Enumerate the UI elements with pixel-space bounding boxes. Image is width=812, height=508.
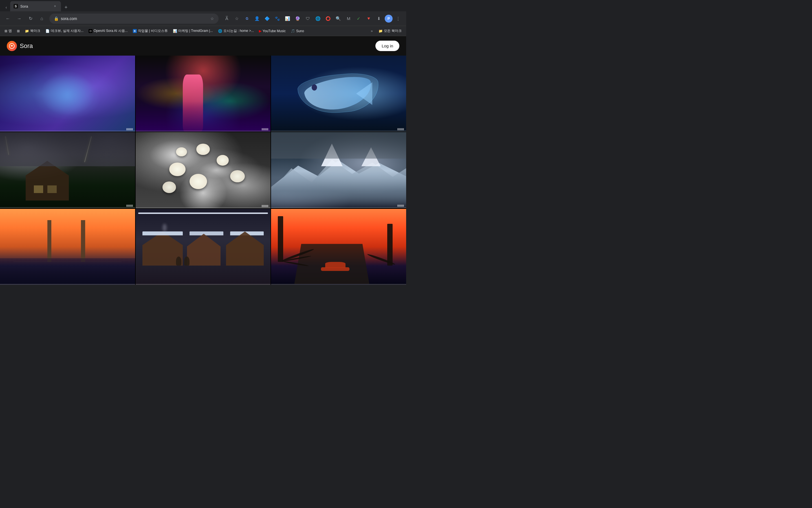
video-cell-3[interactable] xyxy=(271,55,406,131)
progress-indicator-6 xyxy=(397,205,404,207)
profile-btn[interactable]: P xyxy=(385,15,393,23)
progress-bar-9 xyxy=(271,284,406,285)
work-icon: B xyxy=(133,29,137,33)
bookmark-label: 데크뷰, 실제 사용자... xyxy=(51,29,84,33)
downloads-btn[interactable]: ⬇ xyxy=(375,14,384,23)
progress-indicator-4 xyxy=(126,205,133,207)
extension-btn-5[interactable]: 🔮 xyxy=(293,14,302,23)
extension-btn-7[interactable]: 🌐 xyxy=(314,14,323,23)
menu-btn[interactable]: ⋮ xyxy=(394,14,403,23)
folder-icon: 📁 xyxy=(25,29,29,33)
browser-frame: ‹ S Sora × + ← → ↻ ⌂ 🔒 ☆ A̅ ☆ G 👤 🔷 🐾 📊 … xyxy=(0,0,406,285)
bookmark-techview[interactable]: 📄 데크뷰, 실제 사용자... xyxy=(43,27,86,34)
sora-logo: Sora xyxy=(7,41,33,51)
extension-btn-9[interactable]: 🔍 xyxy=(334,14,343,23)
yt-music-icon: ▶ xyxy=(259,29,261,33)
bookmark-openai[interactable]: O OpenAI Sora AI 사용... xyxy=(86,27,130,34)
video-cell-4[interactable] xyxy=(0,132,135,208)
direction-icon: 🌐 xyxy=(218,29,222,33)
bookmark-youtube-music[interactable]: ▶ YouTube Music xyxy=(257,28,288,34)
bookmark-suno[interactable]: 🎵 Suno xyxy=(289,28,306,34)
bookmark-label: 작업물 | 비디오스튜 xyxy=(138,29,168,33)
video-cell-9[interactable] xyxy=(271,209,406,285)
page-content: Sora Log in xyxy=(0,36,406,285)
nav-home-btn[interactable]: ⌂ xyxy=(37,14,46,23)
apps-icon: ⊞ xyxy=(4,29,7,33)
bookmark-folder[interactable]: 📁 북마크 xyxy=(22,27,43,34)
progress-indicator-3 xyxy=(397,128,404,130)
bookmark-grid[interactable]: ⊞ xyxy=(15,28,22,34)
video-grid xyxy=(0,55,406,285)
tab-title: Sora xyxy=(20,4,50,8)
extension-gpt-btn[interactable]: G xyxy=(243,14,251,23)
lock-icon: 🔒 xyxy=(54,16,59,21)
bookmark-direction[interactable]: 🌐 오시는길 : home >... xyxy=(216,27,256,34)
toolbar-right: A̅ ☆ G 👤 🔷 🐾 📊 🔮 🛡 🌐 ⭕ 🔍 M ✓ 🔻 ⬇ P ⋮ xyxy=(222,14,403,23)
bookmarks-more-btn[interactable]: » xyxy=(369,28,374,34)
progress-bar-8 xyxy=(136,284,271,285)
login-btn[interactable]: Log in xyxy=(375,41,399,51)
suno-icon: 🎵 xyxy=(291,29,295,33)
progress-bar-2 xyxy=(136,131,271,131)
bookmark-label: 앱 xyxy=(8,29,12,33)
extension-btn-11[interactable]: ✓ xyxy=(354,14,363,23)
sora-logo-text: Sora xyxy=(20,42,33,50)
url-input[interactable] xyxy=(61,16,208,21)
progress-indicator-2 xyxy=(262,128,268,130)
extension-btn-1[interactable]: 👤 xyxy=(253,14,262,23)
progress-bar-4 xyxy=(0,207,135,208)
doc-icon: 📄 xyxy=(45,29,50,33)
video-cell-8[interactable] xyxy=(136,209,271,285)
tab-close-btn[interactable]: × xyxy=(52,4,57,9)
progress-indicator-5 xyxy=(262,205,268,207)
sora-header: Sora Log in xyxy=(0,36,406,55)
address-bar[interactable]: 🔒 ☆ xyxy=(49,13,219,24)
progress-bar-6 xyxy=(271,207,406,208)
bookmark-label: Suno xyxy=(296,29,304,33)
translate-btn[interactable]: A̅ xyxy=(222,14,231,23)
bookmark-label: YouTube Music xyxy=(262,29,286,33)
progress-bar-7 xyxy=(0,284,135,285)
video-cell-1[interactable] xyxy=(0,55,135,131)
toolbar: ← → ↻ ⌂ 🔒 ☆ A̅ ☆ G 👤 🔷 🐾 📊 🔮 🛡 🌐 ⭕ 🔍 M ✓… xyxy=(0,11,406,26)
tab-favicon: S xyxy=(13,4,18,8)
extension-btn-4[interactable]: 📊 xyxy=(283,14,292,23)
extension-btn-8[interactable]: ⭕ xyxy=(324,14,333,23)
grid-icon: ⊞ xyxy=(17,29,20,33)
star-icon[interactable]: ☆ xyxy=(210,16,214,21)
video-cell-5[interactable] xyxy=(136,132,271,208)
bookmark-label: 마케팅 | TrendGram |... xyxy=(178,29,213,33)
extension-btn-12[interactable]: 🔻 xyxy=(365,14,373,23)
video-cell-7[interactable] xyxy=(0,209,135,285)
openai-icon: O xyxy=(89,29,93,33)
extension-btn-3[interactable]: 🐾 xyxy=(273,14,282,23)
browser-tab-sora[interactable]: S Sora × xyxy=(10,1,61,11)
progress-bar-3 xyxy=(271,131,406,131)
extension-btn-6[interactable]: 🛡 xyxy=(303,14,313,23)
progress-bar-5 xyxy=(136,207,271,208)
all-folder-icon: 📁 xyxy=(379,29,383,33)
bookmark-btn[interactable]: ☆ xyxy=(232,14,241,23)
bookmark-apps[interactable]: ⊞ 앱 xyxy=(2,27,14,34)
bookmark-work[interactable]: B 작업물 | 비디오스튜 xyxy=(131,27,170,34)
tab-history-back-btn[interactable]: ‹ xyxy=(2,3,10,11)
video-cell-2[interactable] xyxy=(136,55,271,131)
progress-indicator-1 xyxy=(126,128,133,130)
video-cell-6[interactable] xyxy=(271,132,406,208)
sora-logo-icon xyxy=(7,41,17,51)
nav-reload-btn[interactable]: ↻ xyxy=(26,14,35,23)
new-tab-btn[interactable]: + xyxy=(62,3,70,11)
nav-back-btn[interactable]: ← xyxy=(3,14,12,23)
marketing-icon: 📊 xyxy=(173,29,177,33)
extension-btn-10[interactable]: M xyxy=(344,14,353,23)
bookmark-label: 북마크 xyxy=(30,29,40,33)
progress-bar-1 xyxy=(0,131,135,131)
nav-forward-btn[interactable]: → xyxy=(15,14,24,23)
bookmark-marketing[interactable]: 📊 마케팅 | TrendGram |... xyxy=(171,27,215,34)
svg-point-1 xyxy=(11,45,12,47)
tab-bar: ‹ S Sora × + xyxy=(0,0,406,11)
bookmarks-bar: ⊞ 앱 ⊞ 📁 북마크 📄 데크뷰, 실제 사용자... O OpenAI So… xyxy=(0,26,406,36)
bookmark-label: OpenAI Sora AI 사용... xyxy=(94,29,128,33)
bookmark-all-folder[interactable]: 📁 모든 북마크 xyxy=(376,27,404,34)
extension-btn-2[interactable]: 🔷 xyxy=(263,14,272,23)
